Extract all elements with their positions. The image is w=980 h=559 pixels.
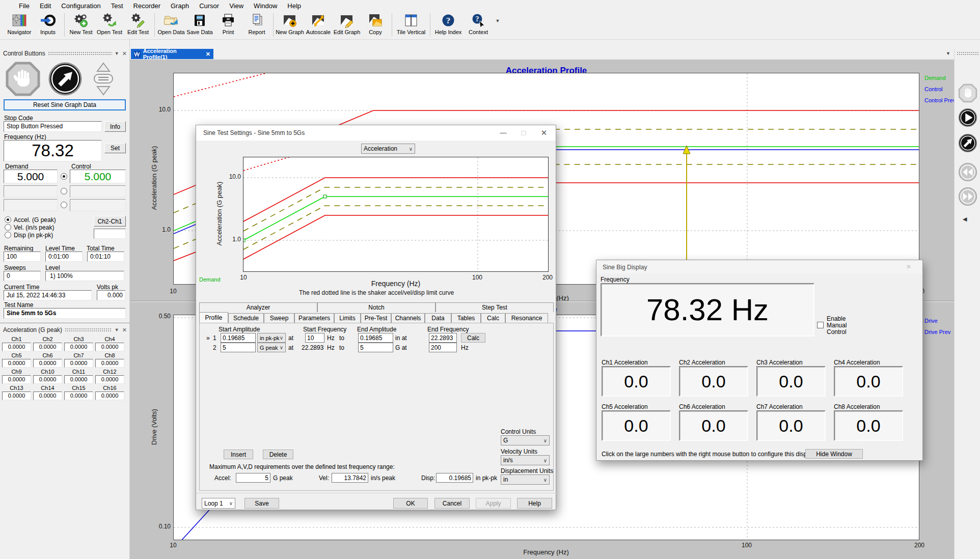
tile-vertical-button[interactable]: Tile Vertical [394,11,428,35]
copy-button[interactable]: Copy [361,11,390,35]
menu-configuration[interactable]: Configuration [57,1,105,11]
dialog-profile-plot[interactable] [243,157,549,272]
big-channel-value[interactable]: 0.0 [602,366,671,397]
big-channel-value[interactable]: 0.0 [679,410,748,441]
big-channel-value[interactable]: 0.0 [756,410,826,441]
tab-tables[interactable]: Tables [451,313,481,323]
edit-test-button[interactable]: Edit Test [124,11,152,35]
start-frequency-input-1[interactable] [305,333,324,343]
menu-edit[interactable]: Edit [35,1,56,11]
tab-sweep[interactable]: Sweep [264,313,294,323]
end-frequency-input-2[interactable] [429,343,457,352]
tab-data[interactable]: Data [425,313,451,323]
toolbar-overflow-button[interactable]: ▼ [493,11,503,23]
menu-recorder[interactable]: Recorder [129,1,165,11]
big-frequency-display[interactable]: 78.32 Hz [601,283,814,337]
start-unit-select-1[interactable]: in pk-pk∨ [257,333,286,343]
stop-button-strip[interactable] [958,83,977,103]
tab-channels[interactable]: Channels [391,313,425,323]
help-index-button[interactable]: ? Help Index [432,11,464,35]
autoscale-button[interactable]: Autoscale [304,11,333,35]
row1-radio[interactable] [61,173,67,180]
disp-unit-radio[interactable] [5,232,11,238]
start-unit-select-2[interactable]: G peak∨ [257,343,286,352]
max-vel-input[interactable] [332,473,368,483]
new-graph-button[interactable]: New Graph [276,11,304,35]
tab-notch[interactable]: Notch [317,302,435,312]
start-amplitude-input-1[interactable] [221,333,256,343]
calc-button[interactable]: Calc [461,333,485,343]
row2-radio[interactable] [61,188,67,194]
big-channel-value[interactable]: 0.0 [834,366,903,397]
tab-profile[interactable]: Profile [199,312,228,323]
maximize-icon[interactable]: ◻ [516,127,531,138]
set-frequency-button[interactable]: Set [104,143,126,153]
big-display-titlebar[interactable]: Sine Big Display ✕ [596,260,922,274]
print-button[interactable]: Print [214,11,242,35]
tab-acceleration-profile[interactable]: Acceleration Profile(1) ✕ [131,49,213,59]
vel-unit-radio[interactable] [5,224,11,231]
tab-limits[interactable]: Limits [334,313,361,323]
menu-test[interactable]: Test [106,1,128,11]
collapse-icon[interactable]: ▼ [115,327,119,332]
sweep-forward-button[interactable] [958,187,977,206]
end-frequency-input-1[interactable] [429,333,457,343]
close-icon[interactable]: ✕ [122,327,127,333]
cancel-button[interactable]: Cancel [434,498,470,509]
tab-pre-test[interactable]: Pre-Test [361,313,391,323]
menu-window[interactable]: Window [249,1,282,11]
collapse-strip-icon[interactable]: ◀ [963,216,967,222]
run-test-button[interactable] [958,108,977,127]
info-button[interactable]: Info [104,121,126,132]
graph-type-select[interactable]: Acceleration∨ [361,144,415,154]
dialog-titlebar[interactable]: Sine Test Settings - Sine 5mm to 5Gs — ◻… [196,125,556,141]
displacement-units-select[interactable]: in∨ [501,474,550,485]
big-channel-value[interactable]: 0.0 [602,410,671,441]
open-test-button[interactable]: Open Test [95,11,124,35]
row3-radio[interactable] [61,202,67,208]
tab-step-test[interactable]: Step Test [435,302,554,312]
close-icon[interactable]: ✕ [536,127,552,138]
insert-button[interactable]: Insert [224,450,253,459]
accel-unit-radio[interactable] [5,216,11,223]
menu-cursor[interactable]: Cursor [195,1,224,11]
inputs-button[interactable]: Inputs [34,11,62,35]
close-icon[interactable]: ✕ [206,51,210,58]
minimize-icon[interactable]: — [496,127,511,138]
open-data-button[interactable]: Open Data [157,11,185,35]
collapse-icon[interactable]: ▼ [115,51,119,56]
help-button[interactable]: Help [517,498,552,509]
start-amplitude-input-2[interactable] [221,343,256,352]
menu-view[interactable]: View [225,1,248,11]
save-button[interactable]: Save [244,498,279,509]
big-channel-value[interactable]: 0.0 [834,410,903,441]
hide-window-button[interactable]: Hide Window [805,449,863,459]
enable-manual-control-checkbox[interactable] [817,322,824,328]
tab-analyzer[interactable]: Analyzer [199,302,317,312]
ok-button[interactable]: OK [393,498,428,509]
loop-select[interactable]: Loop 1∨ [202,498,235,509]
menu-file[interactable]: File [14,1,34,11]
control-units-select[interactable]: G∨ [501,435,550,445]
menu-graph[interactable]: Graph [166,1,194,11]
ch2-ch1-button[interactable]: Ch2-Ch1 [94,216,126,227]
close-icon[interactable]: ✕ [122,50,127,57]
end-amplitude-input-1[interactable] [358,333,393,343]
tab-resonance[interactable]: Resonance [505,313,548,323]
context-help-button[interactable]: ? Context [464,11,493,35]
big-channel-value[interactable]: 0.0 [756,366,826,397]
max-disp-input[interactable] [436,473,473,483]
velocity-units-select[interactable]: in/s∨ [501,455,550,465]
tab-calc[interactable]: Calc [481,313,505,323]
sweep-up-button[interactable] [958,133,977,153]
tab-parameters[interactable]: Parameters [294,313,334,323]
new-test-button[interactable]: New Test [67,11,95,35]
close-icon[interactable]: ✕ [906,263,911,270]
max-accel-input[interactable] [236,473,270,483]
tab-list-chevron-icon[interactable]: ▼ [946,51,950,56]
navigator-button[interactable]: Navigator [5,11,34,35]
end-amplitude-input-2[interactable] [358,343,393,352]
edit-graph-button[interactable]: Edit Graph [333,11,361,35]
delete-button[interactable]: Delete [263,450,293,459]
big-channel-value[interactable]: 0.0 [679,366,748,397]
